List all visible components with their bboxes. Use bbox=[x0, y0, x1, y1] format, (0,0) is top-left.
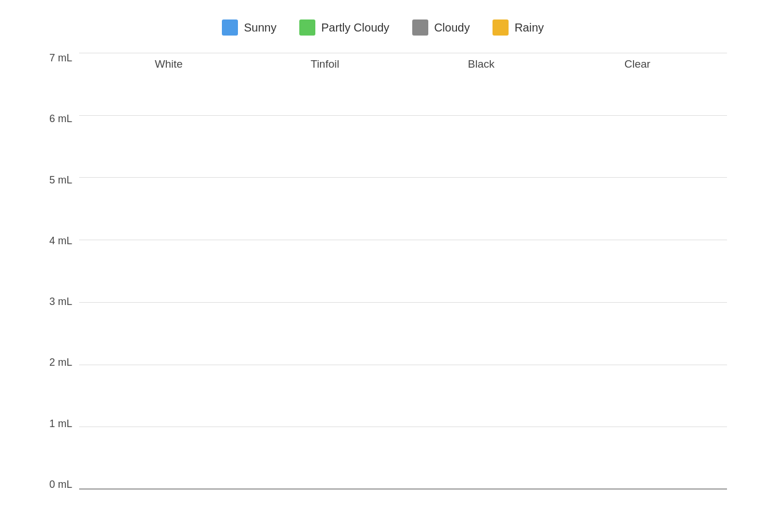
chart-legend: SunnyPartly CloudyCloudyRainy bbox=[39, 19, 727, 36]
legend-swatch bbox=[222, 19, 238, 36]
plot-area: WhiteTinfoilBlackClear bbox=[79, 53, 727, 513]
legend-item-partly-cloudy: Partly Cloudy bbox=[299, 19, 389, 36]
legend-item-rainy: Rainy bbox=[493, 19, 544, 36]
chart-container: SunnyPartly CloudyCloudyRainy 0 mL1 mL2 … bbox=[39, 19, 727, 513]
y-axis-label: 1 mL bbox=[49, 418, 72, 429]
legend-label: Cloudy bbox=[434, 21, 470, 34]
y-axis-label: 3 mL bbox=[49, 296, 72, 307]
y-axis: 0 mL1 mL2 mL3 mL4 mL5 mL6 mL7 mL bbox=[39, 53, 79, 513]
legend-item-sunny: Sunny bbox=[222, 19, 276, 36]
legend-swatch bbox=[299, 19, 315, 36]
y-axis-label: 6 mL bbox=[49, 114, 72, 124]
chart-area: 0 mL1 mL2 mL3 mL4 mL5 mL6 mL7 mL WhiteTi… bbox=[39, 53, 727, 513]
legend-label: Rainy bbox=[514, 21, 544, 34]
bars-area bbox=[79, 53, 727, 490]
legend-swatch bbox=[493, 19, 509, 36]
y-axis-label: 2 mL bbox=[49, 357, 72, 367]
legend-item-cloudy: Cloudy bbox=[412, 19, 470, 36]
legend-swatch bbox=[412, 19, 428, 36]
legend-label: Sunny bbox=[244, 21, 276, 34]
y-axis-label: 5 mL bbox=[49, 175, 72, 185]
y-axis-label: 7 mL bbox=[49, 53, 72, 63]
y-axis-label: 0 mL bbox=[49, 479, 72, 490]
y-axis-label: 4 mL bbox=[49, 236, 72, 246]
legend-label: Partly Cloudy bbox=[321, 21, 389, 34]
x-axis-line bbox=[79, 488, 727, 490]
